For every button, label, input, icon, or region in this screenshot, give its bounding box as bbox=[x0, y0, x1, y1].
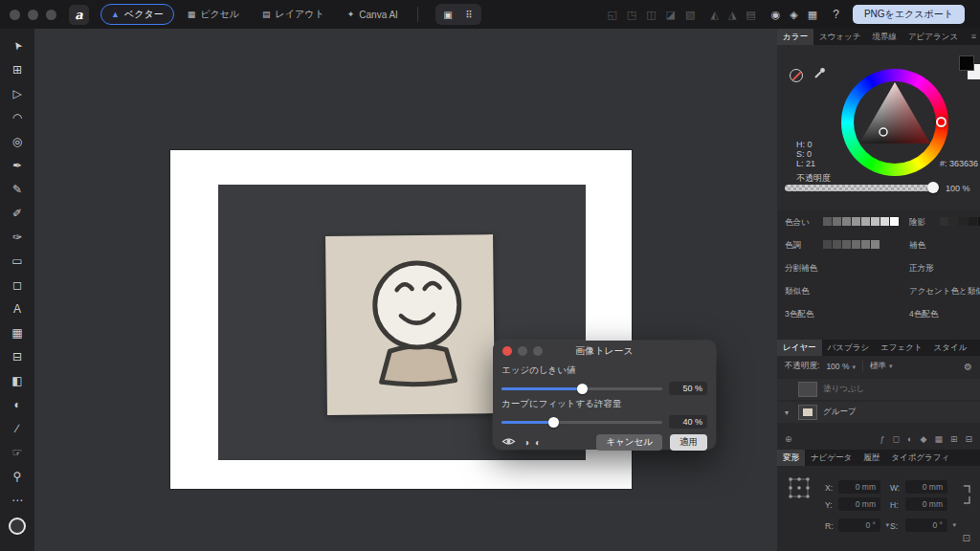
blend-mode-select[interactable]: 標準 bbox=[870, 361, 893, 372]
color-picker-tool[interactable]: ∕ bbox=[6, 418, 29, 439]
dialog-close-button[interactable] bbox=[502, 346, 512, 356]
panel-tab[interactable]: スウォッチ bbox=[813, 29, 867, 45]
harmony-swatch[interactable] bbox=[871, 240, 880, 249]
harmony-swatch[interactable] bbox=[852, 240, 860, 249]
layers-opacity-select[interactable]: 100 % bbox=[826, 362, 856, 371]
transform-origin-icon[interactable]: ⊡ bbox=[963, 533, 970, 543]
w-input[interactable]: 0 mm bbox=[905, 480, 947, 494]
harmony-swatch[interactable] bbox=[940, 217, 948, 226]
harmony-label[interactable]: 4色配色 bbox=[909, 309, 938, 320]
preview-eye-icon[interactable] bbox=[501, 433, 516, 451]
harmony-swatch[interactable] bbox=[890, 217, 899, 226]
threshold-preview-icon[interactable]: ◐ bbox=[535, 437, 541, 448]
crop-tool[interactable]: ⊟ bbox=[6, 346, 29, 367]
panel-tab[interactable]: 境界線 bbox=[866, 29, 902, 45]
sticky-note-image[interactable] bbox=[325, 234, 495, 415]
replace-icon[interactable]: ◪ bbox=[666, 10, 676, 20]
snapping-icon[interactable]: ◉ bbox=[771, 10, 781, 20]
layer-row-fill[interactable]: 塗りつぶし bbox=[777, 379, 980, 400]
persona-canva-ai[interactable]: ✦ Canva AI bbox=[338, 4, 408, 25]
harmony-swatch[interactable] bbox=[959, 217, 968, 226]
color-wheel[interactable] bbox=[841, 69, 948, 176]
panel-tab[interactable]: カラー bbox=[777, 29, 813, 45]
harmony-swatch[interactable] bbox=[833, 217, 841, 226]
node-tool[interactable]: ▷ bbox=[6, 83, 29, 104]
marquee-tool[interactable]: ◎ bbox=[6, 131, 29, 152]
harmony-swatch[interactable] bbox=[861, 217, 870, 226]
dots-grid-icon[interactable]: ⠿ bbox=[459, 6, 479, 23]
export-png-button[interactable]: PNGをエクスポート bbox=[853, 5, 965, 24]
harmony-swatch[interactable] bbox=[969, 217, 977, 226]
split-preview-icon[interactable]: ◑ bbox=[523, 437, 529, 448]
panel-tab[interactable]: 変形 bbox=[777, 450, 805, 466]
harmony-swatch[interactable] bbox=[823, 240, 832, 249]
edge-threshold-slider[interactable] bbox=[501, 387, 662, 390]
align-icon[interactable]: ▤ bbox=[746, 10, 755, 20]
layer-settings-icon[interactable]: ⚙ bbox=[964, 362, 972, 372]
panel-tab[interactable]: タイポグラフィ bbox=[885, 450, 955, 466]
flip-horizontal-icon[interactable]: ◭ bbox=[710, 10, 718, 20]
hue-marker[interactable] bbox=[936, 117, 947, 127]
harmony-label[interactable]: 正方形 bbox=[909, 263, 934, 275]
harmony-label[interactable]: 分割補色 bbox=[785, 263, 817, 275]
dialog-minimize-button[interactable] bbox=[518, 346, 527, 356]
rotation-input[interactable]: 0 ° bbox=[838, 518, 880, 532]
pencil-tool[interactable]: ✎ bbox=[6, 179, 29, 200]
harmony-swatch[interactable] bbox=[861, 240, 870, 249]
harmony-swatch[interactable] bbox=[852, 217, 860, 226]
flip-vertical-icon[interactable]: ◮ bbox=[728, 10, 736, 20]
panel-tab[interactable]: レイヤー bbox=[777, 340, 822, 356]
expand-group-icon[interactable]: ▾ bbox=[781, 408, 792, 417]
x-input[interactable]: 0 mm bbox=[838, 480, 880, 494]
contextual-toolbar-icon[interactable]: ◈ bbox=[790, 10, 797, 20]
place-image-tool[interactable]: ▦ bbox=[6, 322, 29, 343]
studio-presets-icon[interactable]: ▦ bbox=[808, 10, 817, 20]
fill-layer-icon[interactable]: ◆ bbox=[920, 434, 926, 444]
panel-tab[interactable]: アピアランス bbox=[902, 29, 964, 45]
rectangle-tool[interactable]: ▭ bbox=[6, 251, 29, 272]
panel-tab[interactable]: ナビゲータ bbox=[805, 450, 858, 466]
panel-tab[interactable]: 履歴 bbox=[858, 450, 885, 466]
dialog-titlebar[interactable]: 画像トレース bbox=[493, 341, 716, 361]
cancel-button[interactable]: キャンセル bbox=[596, 434, 662, 451]
harmony-swatch[interactable] bbox=[871, 217, 880, 226]
shape-tool[interactable]: ◻ bbox=[6, 275, 29, 296]
harmony-swatch[interactable] bbox=[880, 217, 889, 226]
harmony-label[interactable]: 補色 bbox=[909, 240, 925, 252]
harmony-label[interactable]: 3色配色 bbox=[785, 309, 813, 320]
panel-tab[interactable]: パスブラシ bbox=[822, 340, 876, 356]
harmony-label[interactable]: 類似色 bbox=[785, 286, 810, 298]
minimize-button[interactable] bbox=[28, 10, 38, 20]
hsl-triangle[interactable] bbox=[841, 69, 948, 176]
curve-tolerance-slider[interactable] bbox=[501, 421, 662, 424]
harmony-swatch[interactable] bbox=[823, 217, 832, 226]
zoom-tool[interactable]: ⚲ bbox=[6, 466, 29, 487]
opacity-slider-thumb[interactable] bbox=[927, 182, 939, 193]
hand-tool[interactable]: ☞ bbox=[6, 442, 29, 463]
no-fill-indicator[interactable] bbox=[790, 69, 803, 82]
harmony-label[interactable]: 色調 bbox=[785, 240, 801, 252]
fill-color-swatch[interactable] bbox=[959, 55, 974, 71]
slider-thumb[interactable] bbox=[577, 384, 588, 394]
hex-value[interactable]: #: 363636 bbox=[940, 159, 978, 168]
zoom-window-button[interactable] bbox=[46, 10, 56, 20]
insert-inside-icon[interactable]: ▧ bbox=[685, 10, 695, 20]
harmony-label[interactable]: アクセント色と類似色 bbox=[909, 286, 980, 298]
slider-thumb[interactable] bbox=[548, 417, 559, 428]
harmony-swatch[interactable] bbox=[842, 240, 851, 249]
pen-tool[interactable]: ✒ bbox=[6, 155, 29, 176]
harmony-swatch[interactable] bbox=[949, 217, 958, 226]
eyedropper-icon[interactable] bbox=[813, 66, 827, 80]
harmony-label[interactable]: 陰影 bbox=[909, 217, 925, 229]
anchor-selector[interactable] bbox=[787, 475, 812, 500]
opacity-slider[interactable] bbox=[785, 185, 936, 191]
gradient-tool[interactable]: ◧ bbox=[6, 370, 29, 391]
vector-brush-tool[interactable]: ✐ bbox=[6, 203, 29, 224]
panel-menu-icon[interactable]: ≡ bbox=[971, 32, 976, 41]
content-frame-icon[interactable]: ▣ bbox=[438, 6, 457, 23]
delete-layer-icon[interactable]: ⊟ bbox=[965, 434, 972, 444]
shear-input[interactable]: 0 ° bbox=[905, 518, 947, 532]
insert-behind-icon[interactable]: ◱ bbox=[607, 10, 616, 20]
panel-tab[interactable]: エフェクト bbox=[875, 340, 928, 356]
move-tool[interactable]: ➤ bbox=[2, 31, 33, 61]
